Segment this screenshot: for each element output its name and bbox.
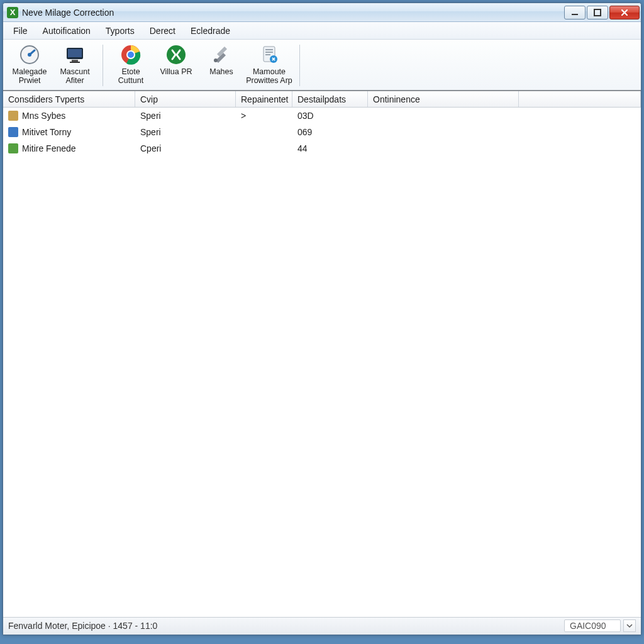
row-icon — [8, 143, 18, 153]
toolbar-label: Mascunt Afiter — [53, 67, 96, 87]
column-header-desta[interactable]: Destailpdats — [292, 91, 368, 107]
menu-derect[interactable]: Derect — [142, 24, 183, 38]
menu-bar: File Autoification Tyports Derect Ecledr… — [3, 22, 641, 40]
toolbar-separator — [103, 45, 103, 86]
window-controls — [564, 6, 640, 19]
toolbar-malegade-prwiet[interactable]: Malegade Prwiet — [7, 42, 52, 89]
table-row[interactable]: Mitire Fenede Cperi 44 — [3, 140, 641, 157]
window-title: Neve Milage Correction — [22, 8, 564, 18]
app-window: X Neve Milage Correction File Autoificat… — [3, 3, 641, 635]
svg-rect-15 — [265, 52, 273, 53]
toolbar-mahes[interactable]: Mahes — [199, 42, 244, 89]
svg-rect-0 — [572, 14, 578, 15]
cell-cvip: Speri — [140, 111, 161, 121]
close-icon — [620, 8, 629, 17]
toolbar-label: Etote Cuttunt — [109, 67, 152, 87]
toolbar-mamoute-prowites-arp[interactable]: Mamoute Prowittes Arp — [244, 42, 294, 89]
svg-point-10 — [128, 52, 134, 58]
close-button[interactable] — [609, 6, 640, 19]
cell-cvip: Speri — [140, 127, 161, 137]
status-field[interactable]: GAIC090 — [564, 619, 621, 632]
cell-desta: 44 — [297, 143, 308, 153]
svg-rect-7 — [70, 62, 80, 63]
tools-icon — [210, 43, 233, 66]
column-header-blank[interactable] — [519, 91, 641, 107]
toolbar-label: Malegade Prwiet — [8, 67, 51, 87]
toolbar-label: Villua PR — [160, 67, 192, 87]
column-header-cons[interactable]: Consdiders Tvperts — [3, 91, 135, 107]
column-header-cvip[interactable]: Cvip — [135, 91, 236, 107]
toolbar-villua-pr[interactable]: Villua PR — [153, 42, 199, 89]
menu-file[interactable]: File — [6, 24, 35, 38]
cell-repain: > — [241, 111, 246, 121]
doc-edit-icon — [258, 43, 280, 66]
status-dropdown-button[interactable] — [623, 619, 636, 632]
column-headers: Consdiders Tvperts Cvip Repainentet Dest… — [3, 91, 641, 108]
minimize-icon — [571, 9, 579, 16]
svg-rect-6 — [72, 60, 78, 62]
app-icon: X — [7, 7, 18, 18]
toolbar-mascunt-afiter[interactable]: Mascunt Afiter — [52, 42, 97, 89]
row-icon — [8, 111, 18, 121]
title-bar: X Neve Milage Correction — [3, 3, 641, 22]
svg-rect-14 — [265, 49, 273, 50]
toolbar-etote-cutunt[interactable]: Etote Cuttunt — [108, 42, 153, 89]
excel-icon — [165, 43, 187, 66]
table-row[interactable]: Mitivet Torny Speri 069 — [3, 124, 641, 140]
toolbar-label: Mamoute Prowittes Arp — [245, 67, 293, 87]
cell-cons: Mitivet Torny — [22, 127, 71, 137]
menu-ecledrade[interactable]: Ecledrade — [183, 24, 238, 38]
chevron-down-icon — [626, 623, 633, 629]
cell-cvip: Cperi — [140, 143, 161, 153]
toolbar-separator — [299, 45, 300, 86]
cell-desta: 03D — [297, 111, 314, 121]
gauge-icon — [18, 43, 41, 66]
table-row[interactable]: Mns Sybes Speri > 03D — [3, 108, 641, 124]
minimize-button[interactable] — [564, 6, 586, 19]
menu-autoification[interactable]: Autoification — [35, 24, 98, 38]
menu-tyports[interactable]: Tyports — [98, 24, 142, 38]
maximize-icon — [594, 9, 601, 16]
svg-rect-5 — [68, 49, 82, 57]
column-header-repain[interactable]: Repainentet — [236, 91, 292, 107]
row-icon — [8, 127, 18, 137]
svg-rect-16 — [265, 54, 270, 55]
toolbar-label: Mahes — [209, 67, 233, 87]
status-left: Fenvarld Moter, Epicipoe · 1457 - 11:0 — [8, 621, 157, 631]
svg-point-3 — [28, 53, 31, 57]
column-header-ontin[interactable]: Ontininence — [368, 91, 519, 107]
cell-cons: Mitire Fenede — [22, 143, 76, 153]
monitor-icon — [64, 43, 86, 66]
cell-cons: Mns Sybes — [22, 111, 65, 121]
svg-rect-1 — [594, 9, 601, 16]
chrome-icon — [119, 43, 142, 66]
maximize-button[interactable] — [587, 6, 608, 19]
svg-point-12 — [214, 58, 218, 62]
status-bar: Fenvarld Moter, Epicipoe · 1457 - 11:0 G… — [3, 617, 641, 635]
cell-desta: 069 — [297, 127, 312, 137]
table-body: Mns Sybes Speri > 03D Mitivet Torny Sper… — [3, 108, 641, 617]
toolbar: Malegade Prwiet Mascunt Afiter Etote Cut… — [3, 40, 641, 91]
